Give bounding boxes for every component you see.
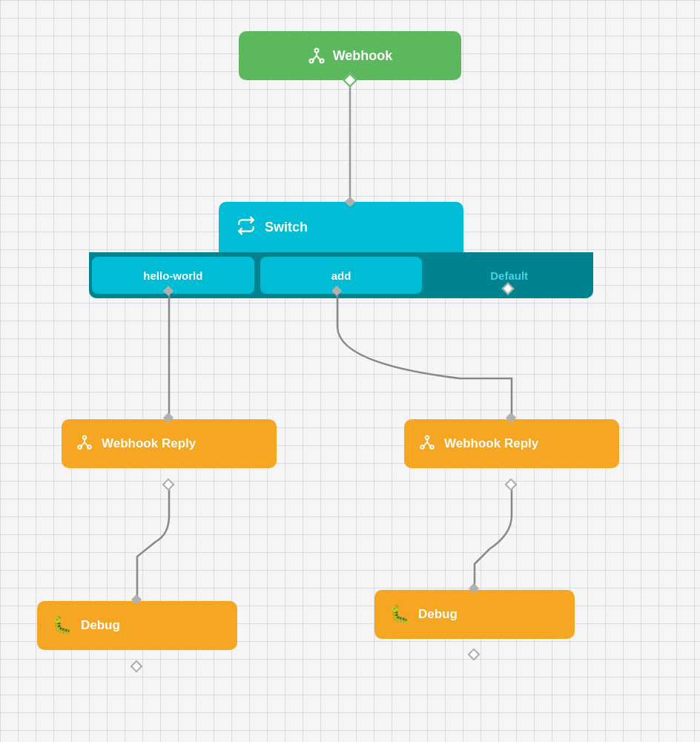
webhook-reply-1-output-connector — [162, 479, 175, 491]
webhook-reply-2-label: Webhook Reply — [444, 436, 538, 451]
debug-1-node[interactable]: 🐛 Debug — [37, 601, 237, 650]
webhook-label: Webhook — [333, 48, 393, 64]
switch-label: Switch — [265, 220, 308, 235]
webhook-icon — [308, 47, 326, 65]
switch-icon — [237, 216, 256, 239]
switch-node-top: Switch — [219, 202, 463, 252]
webhook-reply-1-icon — [76, 434, 93, 454]
switch-case-add[interactable]: add — [260, 257, 423, 294]
webhook-reply-2-icon — [419, 434, 435, 454]
svg-point-1 — [314, 49, 318, 53]
switch-node[interactable]: Switch hello-world add Default — [89, 202, 593, 298]
debug-1-label: Debug — [81, 618, 120, 633]
webhook-reply-2-node[interactable]: Webhook Reply — [404, 419, 619, 468]
debug-2-node[interactable]: 🐛 Debug — [374, 590, 575, 639]
webhook-reply-1-label: Webhook Reply — [102, 436, 196, 451]
debug-2-output-connector — [468, 649, 481, 661]
switch-case-hello-world[interactable]: hello-world — [92, 257, 254, 294]
debug-2-icon: 🐛 — [389, 605, 409, 624]
svg-point-7 — [426, 436, 429, 439]
debug-1-icon: 🐛 — [52, 616, 72, 635]
svg-point-4 — [83, 436, 87, 439]
debug-2-label: Debug — [418, 607, 458, 622]
debug-1-output-connector — [131, 660, 143, 673]
webhook-reply-1-node[interactable]: Webhook Reply — [62, 419, 277, 468]
webhook-reply-2-output-connector — [505, 479, 518, 491]
